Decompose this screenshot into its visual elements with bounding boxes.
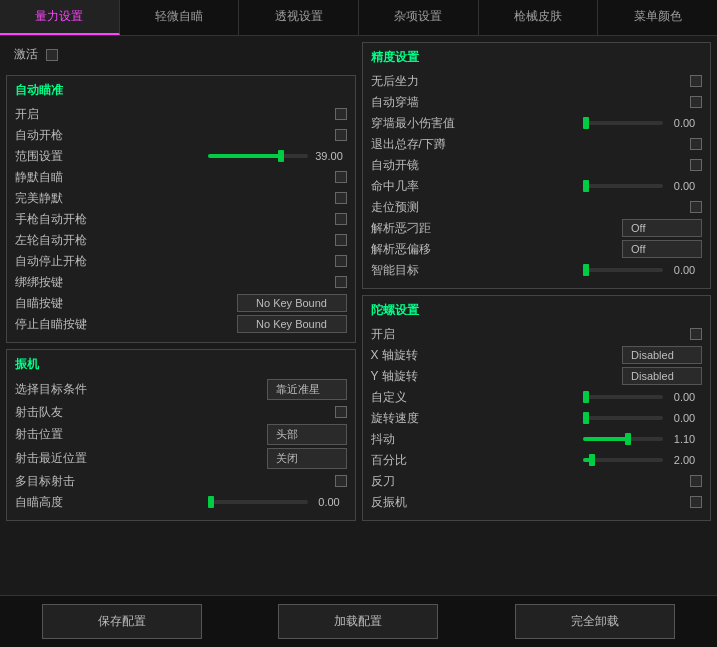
shoot-nearest-label: 射击最近位置 [15,450,105,467]
y-axis-dropdown[interactable]: Disabled [622,367,702,385]
smart-target-label: 智能目标 [371,262,481,279]
save-config-button[interactable]: 保存配置 [42,604,202,639]
parse-evil-offset-dropdown[interactable]: Off [622,240,702,258]
load-config-button[interactable]: 加载配置 [278,604,438,639]
row-parse-evil-dist: 解析恶刁距 Off [371,219,703,237]
range-label: 范围设置 [15,148,105,165]
row-enable: 开启 [15,105,347,123]
gyro-title: 陀螺设置 [371,302,703,319]
silent-label: 静默自瞄 [15,169,105,186]
activate-label: 激活 [14,46,38,63]
no-recoil-checkbox[interactable] [690,75,702,87]
row-movement-pred: 走位预测 [371,198,703,216]
no-recoil-label: 无后坐力 [371,73,481,90]
row-auto-stop-fire: 自动停止开枪 [15,252,347,270]
shake-label: 抖动 [371,431,481,448]
wall-min-dmg-slider[interactable] [583,121,663,125]
x-axis-dropdown[interactable]: Disabled [622,346,702,364]
revolver-auto-label: 左轮自动开枪 [15,232,105,249]
accuracy-section: 精度设置 无后坐力 自动穿墙 穿墙最小伤害值 [362,42,712,289]
stop-aimbot-key-button[interactable]: No Key Bound [237,315,347,333]
smart-target-slider[interactable] [583,268,663,272]
aim-height-slider[interactable] [208,500,308,504]
aimbot-key-label: 自瞄按键 [15,295,105,312]
percent-slider[interactable] [583,458,663,462]
shoot-teammate-label: 射击队友 [15,404,105,421]
shoot-teammate-checkbox[interactable] [335,406,347,418]
auto-stop-fire-checkbox[interactable] [335,255,347,267]
back-knife-label: 反刀 [371,473,481,490]
parse-evil-offset-label: 解析恶偏移 [371,241,481,258]
target-cond-label: 选择目标条件 [15,381,105,398]
crouch-exit-label: 退出总存/下蹲 [371,136,481,153]
back-knife-checkbox[interactable] [690,475,702,487]
bind-key-checkbox[interactable] [335,276,347,288]
shoot-pos-dropdown[interactable]: 头部 [267,424,347,445]
percent-label: 百分比 [371,452,481,469]
tab-aimbot[interactable]: 量力设置 [0,0,120,35]
wall-min-dmg-value: 0.00 [667,117,702,129]
gyro-enable-checkbox[interactable] [690,328,702,340]
target-cond-dropdown[interactable]: 靠近准星 [267,379,347,400]
pistol-auto-checkbox[interactable] [335,213,347,225]
uninstall-button[interactable]: 完全卸载 [515,604,675,639]
row-pistol-auto: 手枪自动开枪 [15,210,347,228]
crouch-exit-checkbox[interactable] [690,138,702,150]
aimbot-key-button[interactable]: No Key Bound [237,294,347,312]
custom-label: 自定义 [371,389,481,406]
pistol-auto-label: 手枪自动开枪 [15,211,105,228]
accuracy-title: 精度设置 [371,49,703,66]
movement-pred-label: 走位预测 [371,199,481,216]
auto-wall-checkbox[interactable] [690,96,702,108]
parse-evil-dist-dropdown[interactable]: Off [622,219,702,237]
right-column: 精度设置 无后坐力 自动穿墙 穿墙最小伤害值 [362,42,712,589]
shoot-nearest-dropdown[interactable]: 关闭 [267,448,347,469]
row-auto-wall: 自动穿墙 [371,93,703,111]
tab-weapon-skin[interactable]: 枪械皮肤 [479,0,599,35]
auto-scope-label: 自动开镜 [371,157,481,174]
auto-aimbot-section: 自动瞄准 开启 自动开枪 范围设置 [6,75,356,343]
silent-checkbox[interactable] [335,171,347,183]
tab-esp[interactable]: 透视设置 [239,0,359,35]
custom-slider[interactable] [583,395,663,399]
row-custom: 自定义 0.00 [371,388,703,406]
row-target-cond: 选择目标条件 靠近准星 [15,379,347,400]
tab-lightweight-aimbot[interactable]: 轻微自瞄 [120,0,240,35]
range-slider-track[interactable] [208,154,308,158]
gyro-enable-label: 开启 [371,326,481,343]
left-column: 激活 自动瞄准 开启 自动开枪 范围设置 [6,42,356,589]
perfect-silent-checkbox[interactable] [335,192,347,204]
movement-pred-checkbox[interactable] [690,201,702,213]
enable-checkbox[interactable] [335,108,347,120]
parse-evil-dist-label: 解析恶刁距 [371,220,481,237]
row-auto-scope: 自动开镜 [371,156,703,174]
shake-slider[interactable] [583,437,663,441]
multi-target-label: 多目标射击 [15,473,105,490]
row-perfect-silent: 完美静默 [15,189,347,207]
rotate-speed-value: 0.00 [667,412,702,424]
revolver-auto-checkbox[interactable] [335,234,347,246]
row-stop-aimbot-key: 停止自瞄按键 No Key Bound [15,315,347,333]
anti-vibration-checkbox[interactable] [690,496,702,508]
perfect-silent-label: 完美静默 [15,190,105,207]
auto-scope-checkbox[interactable] [690,159,702,171]
row-shoot-nearest: 射击最近位置 关闭 [15,448,347,469]
row-back-knife: 反刀 [371,472,703,490]
tab-misc[interactable]: 杂项设置 [359,0,479,35]
shoot-pos-label: 射击位置 [15,426,105,443]
tab-menu-color[interactable]: 菜单颜色 [598,0,717,35]
rotate-speed-label: 旋转速度 [371,410,481,427]
auto-stop-fire-label: 自动停止开枪 [15,253,105,270]
rotate-speed-slider[interactable] [583,416,663,420]
row-crouch-exit: 退出总存/下蹲 [371,135,703,153]
row-smart-target: 智能目标 0.00 [371,261,703,279]
multi-target-checkbox[interactable] [335,475,347,487]
auto-fire-label: 自动开枪 [15,127,105,144]
hit-chance-slider[interactable] [583,184,663,188]
percent-value: 2.00 [667,454,702,466]
activate-checkbox[interactable] [46,49,58,61]
row-bind-key: 绑绑按键 [15,273,347,291]
auto-fire-checkbox[interactable] [335,129,347,141]
row-percent: 百分比 2.00 [371,451,703,469]
row-hit-chance: 命中几率 0.00 [371,177,703,195]
